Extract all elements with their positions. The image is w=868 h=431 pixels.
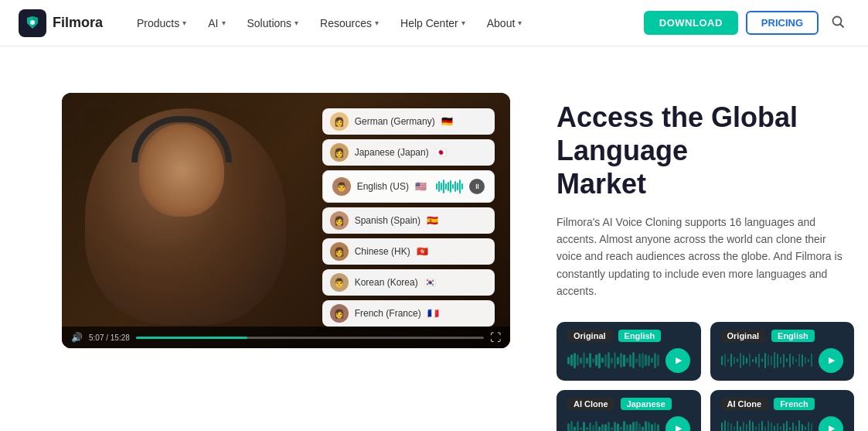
waveform-1 — [567, 350, 659, 371]
nav-item-about[interactable]: About ▾ — [478, 12, 532, 34]
flag-japanese: 🇯🇵 — [435, 147, 447, 158]
lang-label-english: English (US) — [357, 181, 409, 192]
waveform-4 — [721, 418, 813, 431]
audio-cards-grid: Original English Original English — [557, 322, 854, 431]
nav-item-resources[interactable]: Resources ▾ — [311, 12, 388, 34]
avatar-korean: 👨 — [330, 273, 349, 292]
nav-item-solutions[interactable]: Solutions ▾ — [238, 12, 308, 34]
fullscreen-icon[interactable]: ⛶ — [490, 331, 501, 344]
audio-card-original-english-2: Original English — [710, 322, 855, 381]
audio-card-header-3: AI Clone Japanese — [567, 398, 690, 410]
logo-link[interactable]: Filmora — [19, 9, 103, 37]
pause-button[interactable] — [469, 179, 485, 194]
audio-card-clone-french: AI Clone French — [710, 390, 855, 431]
nav-item-help-center[interactable]: Help Center ▾ — [391, 12, 475, 34]
lang-item-french: 👩 French (France) 🇫🇷 — [322, 300, 495, 327]
avatar-chinese: 👩 — [330, 242, 349, 261]
audio-card-header-4: AI Clone French — [721, 398, 844, 410]
download-button[interactable]: DOWNLOAD — [644, 11, 738, 35]
language-overlay: 👩 German (Germany) 🇩🇪 👩 Japanese (Japan)… — [322, 108, 495, 327]
search-icon — [831, 15, 845, 29]
person-silhouette — [85, 108, 286, 325]
badge-french: French — [774, 398, 815, 410]
avatar-french: 👩 — [330, 304, 349, 323]
video-panel: 👩 German (Germany) 🇩🇪 👩 Japanese (Japan)… — [62, 93, 510, 348]
video-time: 5:07 / 15:28 — [89, 334, 130, 342]
flag-chinese: 🇭🇰 — [417, 246, 428, 257]
lang-item-spanish: 👩 Spanish (Spain) 🇪🇸 — [322, 207, 495, 234]
lang-item-chinese: 👩 Chinese (HK) 🇭🇰 — [322, 238, 495, 265]
chevron-down-icon: ▾ — [375, 19, 379, 27]
avatar-english: 👨 — [332, 177, 351, 196]
lang-label-french: French (France) — [355, 308, 421, 319]
logo-icon — [19, 9, 46, 37]
active-waveform — [436, 180, 463, 193]
main-content: 👩 German (Germany) 🇩🇪 👩 Japanese (Japan)… — [0, 46, 868, 431]
hero-heading: Access the Global Language Market — [557, 101, 854, 201]
logo-text: Filmora — [53, 15, 103, 31]
waveform-2 — [721, 350, 813, 371]
lang-label-spanish: Spanish (Spain) — [355, 215, 420, 226]
search-button[interactable] — [826, 10, 849, 36]
audio-card-original-english-1: Original English — [557, 322, 701, 381]
waveform-3 — [567, 418, 659, 431]
audio-card-header-1: Original English — [567, 330, 690, 342]
navigation: Filmora Products ▾ AI ▾ Solutions ▾ Reso… — [0, 0, 868, 46]
chevron-down-icon: ▾ — [182, 19, 186, 27]
lang-label-japanese: Japanese (Japan) — [355, 147, 429, 158]
audio-card-clone-japanese: AI Clone Japanese — [557, 390, 701, 431]
volume-icon[interactable]: 🔊 — [71, 332, 83, 343]
lang-item-japanese: 👩 Japanese (Japan) 🇯🇵 — [322, 139, 495, 166]
avatar-japanese: 👩 — [330, 143, 349, 162]
video-background: 👩 German (Germany) 🇩🇪 👩 Japanese (Japan)… — [62, 93, 510, 348]
play-button-3[interactable] — [665, 416, 690, 431]
audio-card-body-3 — [567, 416, 690, 431]
avatar-spanish: 👩 — [330, 211, 349, 230]
badge-clone-japanese: AI Clone — [567, 398, 614, 410]
audio-card-body-1 — [567, 348, 690, 373]
svg-point-0 — [30, 20, 35, 25]
badge-english-2: English — [771, 330, 815, 342]
headphone-icon — [131, 116, 232, 162]
nav-actions: DOWNLOAD PRICING — [644, 10, 849, 36]
pricing-button[interactable]: PRICING — [746, 11, 819, 35]
badge-original-1: Original — [567, 330, 612, 342]
audio-card-body-4 — [721, 416, 844, 431]
chevron-down-icon: ▾ — [294, 19, 298, 27]
nav-item-products[interactable]: Products ▾ — [128, 12, 196, 34]
right-panel: Access the Global Language Market Filmor… — [557, 93, 854, 431]
chevron-down-icon: ▾ — [222, 19, 226, 27]
lang-item-german: 👩 German (Germany) 🇩🇪 — [322, 108, 495, 135]
audio-card-body-2 — [721, 348, 844, 373]
flag-german: 🇩🇪 — [441, 116, 453, 127]
svg-line-2 — [841, 25, 844, 28]
avatar-german: 👩 — [330, 112, 349, 131]
hero-description: Filmora's AI Voice Cloning supports 16 l… — [557, 214, 854, 300]
flag-french: 🇫🇷 — [427, 308, 439, 319]
play-button-2[interactable] — [819, 348, 843, 373]
lang-label-chinese: Chinese (HK) — [355, 246, 410, 257]
flag-spanish: 🇪🇸 — [427, 215, 438, 226]
lang-label-korean: Korean (Korea) — [355, 277, 418, 288]
video-controls: 🔊 5:07 / 15:28 ⛶ — [62, 327, 510, 348]
chevron-down-icon: ▾ — [518, 19, 522, 27]
play-button-1[interactable] — [665, 348, 690, 373]
badge-japanese: Japanese — [621, 398, 672, 410]
play-button-4[interactable] — [819, 416, 843, 431]
lang-item-english-active: 👨 English (US) 🇺🇸 — [322, 170, 495, 203]
chevron-down-icon: ▾ — [461, 19, 465, 27]
badge-clone-french: AI Clone — [721, 398, 768, 410]
audio-card-header-2: Original English — [721, 330, 844, 342]
lang-item-korean: 👨 Korean (Korea) 🇰🇷 — [322, 269, 495, 296]
svg-point-1 — [833, 17, 842, 26]
lang-label-german: German (Germany) — [355, 116, 435, 127]
badge-original-2: Original — [721, 330, 766, 342]
flag-korean: 🇰🇷 — [424, 277, 436, 288]
nav-links: Products ▾ AI ▾ Solutions ▾ Resources ▾ … — [128, 12, 644, 34]
nav-item-ai[interactable]: AI ▾ — [199, 12, 234, 34]
badge-english-1: English — [618, 330, 662, 342]
flag-english: 🇺🇸 — [415, 181, 427, 192]
progress-fill — [136, 337, 247, 339]
progress-bar[interactable] — [136, 337, 484, 339]
